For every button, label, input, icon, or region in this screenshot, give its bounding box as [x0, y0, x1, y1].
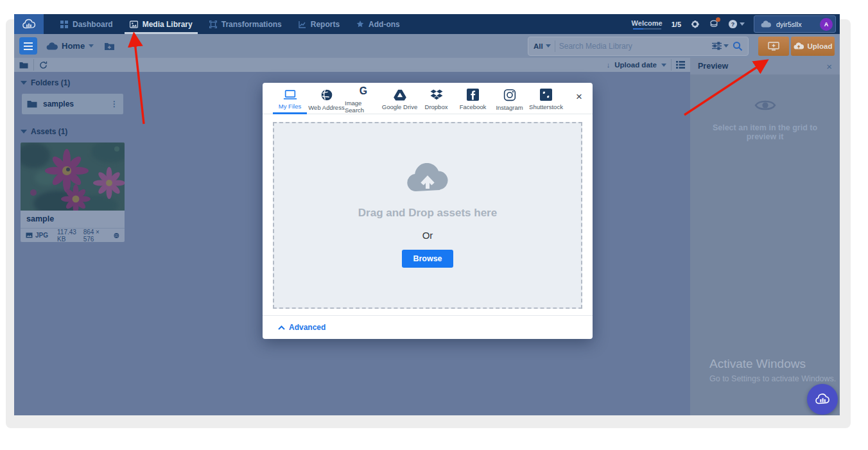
cloud-icon	[761, 21, 771, 28]
tab-label: Shutterstock	[529, 103, 563, 110]
asset-footer: JPG 117.43 KB 864 × 576	[21, 228, 125, 242]
cloudinary-app-window: Dashboard Media Library Transformations	[14, 14, 840, 415]
sidebar-toggle-button[interactable]	[19, 37, 37, 55]
svg-text:?: ?	[731, 21, 734, 28]
upload-cloud-icon	[794, 42, 804, 49]
dropbox-icon	[430, 89, 443, 101]
cloud-name: dyir5sllx	[776, 21, 815, 28]
tab-google-drive[interactable]: Google Drive	[381, 83, 418, 114]
facebook-icon	[467, 89, 479, 101]
media-library-icon	[130, 21, 138, 28]
breadcrumb[interactable]: Home	[46, 41, 94, 51]
folders-view-icon[interactable]	[19, 62, 28, 69]
collapse-triangle-icon	[21, 130, 27, 134]
nav-item-label: Dashboard	[73, 20, 113, 29]
browse-button[interactable]: Browse	[402, 250, 453, 268]
assets-header-label: Assets (1)	[31, 127, 67, 136]
account-switcher[interactable]: dyir5sllx A	[754, 15, 836, 33]
instagram-icon	[503, 89, 516, 101]
welcome-progress-track	[633, 28, 661, 30]
navbar-right-group: Welcome 1/5 ?	[632, 15, 840, 33]
chevron-down-icon[interactable]	[661, 64, 666, 67]
onboarding-progress[interactable]: Welcome	[632, 19, 663, 30]
notifications-icon[interactable]	[709, 19, 719, 29]
search-filter-type-dropdown[interactable]: All	[534, 42, 551, 50]
chevron-up-icon	[278, 325, 285, 330]
cloudinary-floating-button[interactable]	[807, 384, 838, 415]
search-icon[interactable]	[733, 41, 743, 51]
upload-source-tabs: My Files Web Address G Image Search	[263, 83, 593, 114]
advanced-label: Advanced	[289, 323, 326, 332]
preview-empty-message: Select an item in the grid to preview it	[701, 123, 829, 141]
asset-thumbnail-image	[21, 143, 125, 211]
tab-label: Facebook	[460, 103, 487, 110]
sort-direction-icon[interactable]: ↓	[607, 61, 611, 69]
upload-button[interactable]: Upload	[791, 37, 835, 56]
tab-dropbox[interactable]: Dropbox	[418, 83, 455, 114]
tab-instagram[interactable]: Instagram	[491, 83, 528, 114]
asset-format: JPG	[26, 232, 48, 239]
advanced-filters-dropdown[interactable]	[712, 42, 729, 50]
preview-panel: Preview × Select an item in the grid to …	[690, 58, 840, 415]
create-new-button[interactable]	[758, 37, 789, 56]
tab-my-files[interactable]: My Files	[272, 83, 308, 114]
divider	[33, 59, 34, 71]
kebab-menu-icon[interactable]: ⋮	[110, 100, 118, 108]
asset-card-sample[interactable]: sample JPG 117.43 KB 864 × 576	[21, 143, 125, 242]
filter-type-label: All	[534, 42, 543, 50]
asset-title: sample	[21, 211, 125, 228]
nav-item-transformations[interactable]: Transformations	[209, 14, 282, 34]
list-view-icon[interactable]	[676, 61, 685, 69]
upload-button-label: Upload	[808, 42, 833, 50]
upload-cloud-icon	[406, 163, 449, 193]
welcome-label: Welcome	[632, 19, 663, 27]
advanced-toggle[interactable]: Advanced	[278, 323, 326, 332]
chevron-down-icon	[546, 44, 551, 48]
tab-facebook[interactable]: Facebook	[455, 83, 491, 114]
close-icon[interactable]: ×	[576, 91, 582, 103]
nav-item-label: Media Library	[143, 20, 193, 29]
refresh-icon[interactable]	[39, 61, 48, 69]
tab-image-search[interactable]: G Image Search	[345, 83, 381, 114]
asset-dimensions: 864 × 576	[83, 229, 109, 243]
notification-dot	[716, 17, 720, 22]
access-status-icon[interactable]	[114, 232, 119, 239]
close-icon[interactable]: ×	[826, 61, 832, 72]
chevron-down-icon	[89, 44, 94, 48]
my-files-laptop-icon	[283, 89, 297, 100]
tab-web-address[interactable]: Web Address	[308, 83, 345, 114]
dropzone-or-label: Or	[422, 230, 433, 241]
new-folder-icon[interactable]	[104, 42, 115, 51]
filters-sliders-icon	[712, 42, 722, 50]
eye-icon	[754, 98, 776, 113]
shutterstock-icon	[540, 89, 552, 101]
primary-nav: Dashboard Media Library Transformations	[60, 14, 400, 34]
onboarding-step-count: 1/5	[672, 21, 681, 28]
nav-item-label: Reports	[311, 20, 340, 29]
image-search-g-icon: G	[357, 85, 370, 97]
nav-item-label: Add-ons	[369, 20, 400, 29]
chevron-down-icon	[724, 44, 729, 48]
screen-plus-icon	[768, 42, 779, 51]
nav-item-dashboard[interactable]: Dashboard	[60, 14, 113, 34]
divider	[671, 59, 672, 71]
help-menu[interactable]: ?	[728, 19, 745, 29]
grid-actions-bar: ↓ Upload date	[14, 58, 690, 72]
nav-item-media-library[interactable]: Media Library	[130, 14, 193, 34]
google-drive-icon	[394, 89, 406, 101]
active-tab-underline	[273, 112, 307, 114]
breadcrumb-home-label: Home	[62, 41, 85, 51]
tab-shutterstock[interactable]: Shutterstock	[528, 83, 564, 114]
settings-gear-icon[interactable]	[690, 19, 700, 29]
chevron-down-icon	[740, 22, 745, 26]
search-input[interactable]	[559, 42, 708, 51]
sort-by-label[interactable]: Upload date	[614, 61, 657, 69]
nav-item-add-ons[interactable]: Add-ons	[356, 14, 400, 34]
drag-drop-zone[interactable]: Drag and Drop assets here Or Browse	[273, 122, 582, 309]
nav-item-reports[interactable]: Reports	[299, 14, 340, 34]
folders-header-label: Folders (1)	[31, 78, 70, 87]
folder-card-samples[interactable]: samples ⋮	[22, 94, 123, 114]
avatar[interactable]: A	[820, 18, 833, 31]
cloudinary-logo[interactable]	[14, 14, 44, 34]
home-cloud-icon	[46, 42, 58, 50]
